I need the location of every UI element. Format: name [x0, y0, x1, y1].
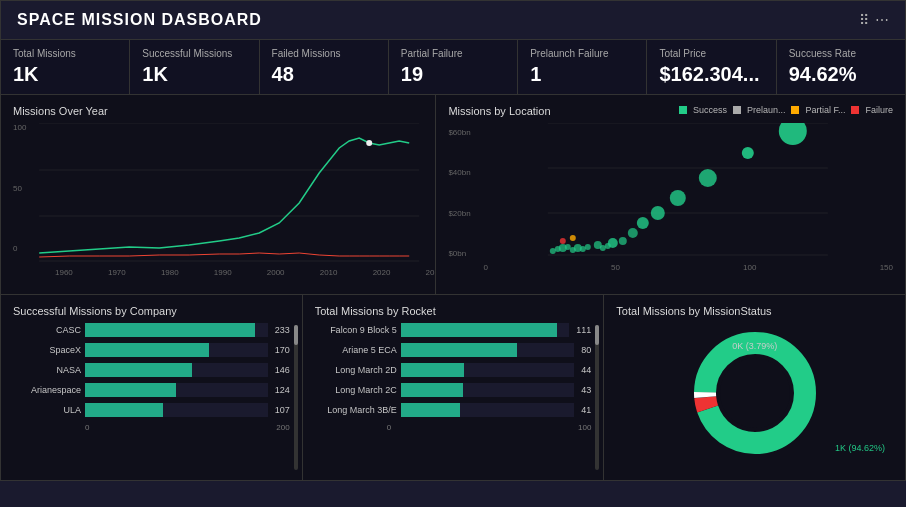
rocket-scroll-thumb[interactable]	[595, 325, 599, 345]
svg-point-24	[651, 206, 665, 220]
company-bar-title: Successful Missions by Company	[13, 305, 290, 317]
company-bar-track-1	[85, 343, 268, 357]
line-y-axis: 100 50 0	[13, 123, 26, 253]
company-scrollbar[interactable]	[294, 325, 298, 470]
rocket-bar-label-4: Long March 3B/E	[315, 405, 397, 415]
company-bar-label-2: NASA	[13, 365, 81, 375]
svg-point-23	[637, 217, 649, 229]
kpi-label-2: Failed Missions	[272, 48, 376, 59]
donut-title: Total Missions by MissionStatus	[616, 305, 893, 317]
rocket-bar-value-3: 43	[581, 385, 591, 395]
svg-point-30	[570, 235, 576, 241]
header-actions: ⠿ ⋯	[859, 12, 889, 28]
dashboard-title: SPACE MISSION DASBOARD	[17, 11, 262, 29]
line-chart-area: 100 50 0 1960	[13, 123, 423, 273]
kpi-label-6: Succuess Rate	[789, 48, 893, 59]
rocket-bar-track-1	[401, 343, 575, 357]
company-bar-track-3	[85, 383, 268, 397]
kpi-card-3: Partial Failure 19	[389, 40, 518, 94]
company-bar-row-2: NASA 146	[13, 363, 290, 377]
company-bar-row-3: Arianespace 124	[13, 383, 290, 397]
kpi-card-5: Total Price $162.304...	[647, 40, 776, 94]
kpi-card-6: Succuess Rate 94.62%	[777, 40, 905, 94]
company-bar-track-0	[85, 323, 268, 337]
rocket-bar-fill-2	[401, 363, 465, 377]
svg-point-16	[585, 244, 591, 250]
rocket-bar-label-2: Long March 2D	[315, 365, 397, 375]
rocket-bar-row-1: Ariane 5 ECA 80	[315, 343, 592, 357]
kpi-value-1: 1K	[142, 63, 246, 86]
company-bar-row-4: ULA 107	[13, 403, 290, 417]
rocket-bar-row-2: Long March 2D 44	[315, 363, 592, 377]
rocket-bar-axis: 0100	[387, 423, 592, 432]
company-scroll-thumb[interactable]	[294, 325, 298, 345]
rocket-bar-track-3	[401, 383, 575, 397]
rocket-bar-value-1: 80	[581, 345, 591, 355]
scatter-area: $60bn$40bn$20bn$0bn	[448, 123, 893, 278]
dashboard: SPACE MISSION DASBOARD ⠿ ⋯ Total Mission…	[0, 0, 906, 481]
kpi-value-5: $162.304...	[659, 63, 763, 86]
line-chart-panel: Missions Over Year 100 50 0	[1, 95, 436, 294]
company-bar-label-4: ULA	[13, 405, 81, 415]
rocket-bar-row-4: Long March 3B/E 41	[315, 403, 592, 417]
kpi-value-3: 19	[401, 63, 505, 86]
legend-failure-label: Failure	[865, 105, 893, 115]
kpi-label-3: Partial Failure	[401, 48, 505, 59]
bottom-row: Successful Missions by Company CASC 233 …	[1, 295, 905, 480]
legend-prelaunch-swatch	[733, 106, 741, 114]
kpi-label-0: Total Missions	[13, 48, 117, 59]
rocket-bar-track-0	[401, 323, 570, 337]
legend-partial-swatch	[791, 106, 799, 114]
legend-success-label: Success	[693, 105, 727, 115]
rocket-bar-chart: Falcon 9 Block 5 111 Ariane 5 ECA 80 Lon…	[315, 323, 592, 417]
legend-success-swatch	[679, 106, 687, 114]
kpi-row: Total Missions 1K Successful Missions 1K…	[1, 40, 905, 95]
legend-partial-label: Partial F...	[805, 105, 845, 115]
company-bar-fill-0	[85, 323, 255, 337]
kpi-label-1: Successful Missions	[142, 48, 246, 59]
rocket-bar-row-0: Falcon 9 Block 5 111	[315, 323, 592, 337]
rocket-bar-label-0: Falcon 9 Block 5	[315, 325, 397, 335]
kpi-card-2: Failed Missions 48	[260, 40, 389, 94]
company-bar-axis: 0200	[85, 423, 290, 432]
company-bar-label-0: CASC	[13, 325, 81, 335]
company-bar-track-2	[85, 363, 268, 377]
company-bar-panel: Successful Missions by Company CASC 233 …	[1, 295, 303, 480]
grid-icon[interactable]: ⠿	[859, 12, 869, 28]
rocket-bar-value-0: 111	[576, 325, 591, 335]
company-bar-fill-4	[85, 403, 163, 417]
rocket-bar-track-4	[401, 403, 575, 417]
header: SPACE MISSION DASBOARD ⠿ ⋯	[1, 1, 905, 40]
charts-row: Missions Over Year 100 50 0	[1, 95, 905, 295]
kpi-label-4: Prelaunch Failure	[530, 48, 634, 59]
svg-point-29	[560, 238, 566, 244]
donut-label-large: 1K (94.62%)	[835, 443, 885, 453]
donut-label-small: 0K (3.79%)	[732, 341, 777, 351]
rocket-bar-panel: Total Missions by Rocket Falcon 9 Block …	[303, 295, 605, 480]
company-bar-chart: CASC 233 SpaceX 170 NASA 146 Arianespace…	[13, 323, 290, 417]
rocket-bar-label-1: Ariane 5 ECA	[315, 345, 397, 355]
company-bar-label-3: Arianespace	[13, 385, 81, 395]
company-bar-value-0: 233	[275, 325, 290, 335]
svg-point-26	[699, 169, 717, 187]
rocket-bar-title: Total Missions by Rocket	[315, 305, 592, 317]
scatter-legend: Success Prelaun... Partial F... Failure	[679, 105, 893, 115]
rocket-scrollbar[interactable]	[595, 325, 599, 470]
donut-container: 0K (3.79%) 1K (94.62%)	[616, 323, 893, 463]
svg-point-34	[720, 358, 790, 428]
kpi-label-5: Total Price	[659, 48, 763, 59]
company-bar-label-1: SpaceX	[13, 345, 81, 355]
rocket-bar-value-2: 44	[581, 365, 591, 375]
svg-point-21	[619, 237, 627, 245]
company-bar-value-2: 146	[275, 365, 290, 375]
line-chart-title: Missions Over Year	[13, 105, 423, 117]
line-chart-svg	[35, 123, 423, 263]
scatter-svg	[483, 123, 893, 258]
kpi-value-2: 48	[272, 63, 376, 86]
donut-panel: Total Missions by MissionStatus 0K (3.79…	[604, 295, 905, 480]
dots-icon[interactable]: ⋯	[875, 12, 889, 28]
scatter-y-axis: $60bn$40bn$20bn$0bn	[448, 128, 470, 258]
kpi-value-6: 94.62%	[789, 63, 893, 86]
company-bar-value-3: 124	[275, 385, 290, 395]
kpi-card-0: Total Missions 1K	[1, 40, 130, 94]
